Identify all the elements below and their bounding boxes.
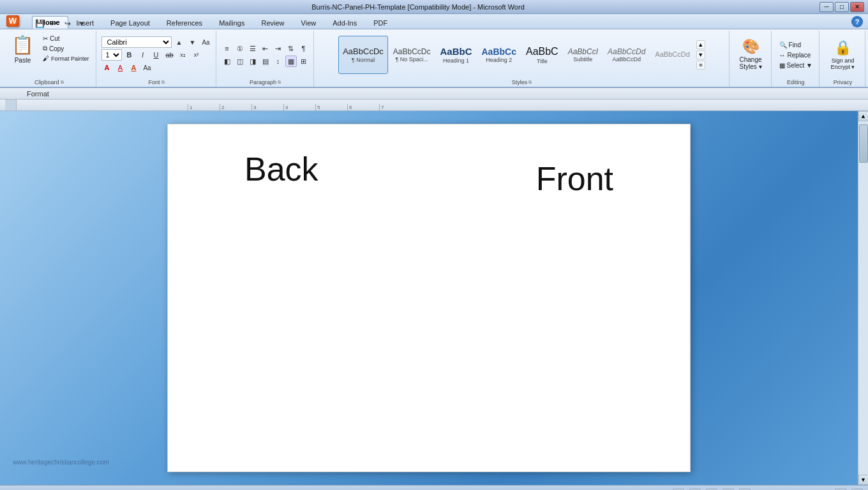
styles-group-label[interactable]: Styles ⧉ xyxy=(512,79,532,85)
scroll-down-button[interactable]: ▼ xyxy=(858,475,869,485)
style-title[interactable]: AaBbC Title xyxy=(521,36,563,74)
format-painter-button[interactable]: 🖌 Format Painter xyxy=(40,54,92,63)
editing-group-label[interactable]: Editing xyxy=(787,79,805,85)
line-spacing-button[interactable]: ↕ xyxy=(273,56,284,67)
styles-scroll-down[interactable]: ▼ xyxy=(696,50,705,59)
tab-pdf[interactable]: PDF xyxy=(365,17,396,29)
style-heading2[interactable]: AaBbCc Heading 2 xyxy=(477,36,520,74)
style-subtitle[interactable]: AaBbCcI Subtitle xyxy=(564,36,602,74)
font-group: Calibri ▲ ▼ Aa 11 B I U ab x₂ x² A A A xyxy=(98,31,216,87)
copy-button[interactable]: ⧉ Copy xyxy=(40,44,92,53)
numbering-button[interactable]: ① xyxy=(234,43,246,54)
style-nospace-label: ¶ No Spaci... xyxy=(395,56,428,63)
tab-mailings[interactable]: Mailings xyxy=(211,17,253,29)
styles-expand-icon[interactable]: ⧉ xyxy=(528,80,532,85)
font-size-up-button[interactable]: ▲ xyxy=(174,36,185,48)
change-styles-label: ChangeStyles ▾ xyxy=(740,56,762,70)
subscript-button[interactable]: x₂ xyxy=(177,49,189,61)
scroll-up-button[interactable]: ▲ xyxy=(858,111,869,121)
undo-qat-button[interactable]: ↩ xyxy=(47,17,60,30)
maximize-button[interactable]: □ xyxy=(835,2,849,12)
cut-button[interactable]: ✂ Cut xyxy=(40,34,92,43)
scissors-icon: ✂ xyxy=(43,35,48,42)
shading-button[interactable]: ▦ xyxy=(285,56,297,67)
qat-dropdown-button[interactable]: ▾ xyxy=(75,17,88,30)
styles-scroll-up[interactable]: ▲ xyxy=(696,40,705,49)
bold-button[interactable]: B xyxy=(124,49,135,61)
tab-page-layout[interactable]: Page Layout xyxy=(102,17,158,29)
scroll-thumb[interactable] xyxy=(859,124,868,163)
tab-review[interactable]: Review xyxy=(253,17,292,29)
replace-button[interactable]: ↔ Replace xyxy=(777,51,814,59)
clipboard-group-label[interactable]: Clipboard ⧉ xyxy=(34,79,64,85)
style-h2-label: Heading 2 xyxy=(486,57,512,63)
style-subtle-em[interactable]: AaBbCcDd AaBbCcDd xyxy=(603,36,650,74)
style-heading1[interactable]: AaBbC Heading 1 xyxy=(435,36,476,74)
change-case-button[interactable]: Aa xyxy=(142,62,153,73)
clipboard-expand-icon[interactable]: ⧉ xyxy=(61,80,64,85)
justify-button[interactable]: ▤ xyxy=(260,56,271,67)
styles-scroll-more[interactable]: ≡ xyxy=(696,61,705,70)
close-button[interactable]: ✕ xyxy=(850,2,864,12)
font-size-down-button[interactable]: ▼ xyxy=(187,36,198,48)
window-title: Burris-NC-Panel-PH-Template [Compatibili… xyxy=(17,3,819,11)
page-back-text[interactable]: Back xyxy=(244,150,318,188)
list-buttons-row: ≡ ① ☰ ⇤ ⇥ ⇅ ¶ xyxy=(221,43,310,54)
find-button[interactable]: 🔍 Find xyxy=(777,41,804,49)
minimize-button[interactable]: ─ xyxy=(819,2,834,12)
tab-view[interactable]: View xyxy=(293,17,325,29)
sort-button[interactable]: ⇅ xyxy=(285,43,297,54)
find-icon: 🔍 xyxy=(779,41,787,48)
save-qat-button[interactable]: 💾 xyxy=(33,17,46,30)
align-center-button[interactable]: ◫ xyxy=(234,56,246,67)
scroll-track[interactable] xyxy=(858,121,868,475)
tab-add-ins[interactable]: Add-Ins xyxy=(324,17,365,29)
style-subtitle-label: Subtitle xyxy=(573,56,592,63)
italic-button[interactable]: I xyxy=(137,49,149,61)
decrease-indent-button[interactable]: ⇤ xyxy=(260,43,271,54)
align-right-button[interactable]: ◨ xyxy=(247,56,258,67)
multilevel-list-button[interactable]: ☰ xyxy=(247,43,258,54)
paragraph-expand-icon[interactable]: ⧉ xyxy=(278,80,281,85)
change-styles-button[interactable]: 🎨 ChangeStyles ▾ xyxy=(735,35,767,73)
replace-icon: ↔ xyxy=(779,52,786,59)
redo-qat-button[interactable]: ↪ xyxy=(61,17,74,30)
font-name-select[interactable]: Calibri xyxy=(101,36,172,48)
style-no-spacing[interactable]: AaBbCcDc ¶ No Spaci... xyxy=(389,36,435,74)
help-button[interactable]: ? xyxy=(851,16,863,27)
strikethrough-button[interactable]: ab xyxy=(164,49,176,61)
format-label[interactable]: Format xyxy=(26,89,50,99)
underline-button[interactable]: U xyxy=(151,49,162,61)
text-effects-button[interactable]: A xyxy=(101,62,113,73)
vertical-scrollbar[interactable]: ▲ ▼ xyxy=(858,111,868,485)
document-page[interactable]: Back Front xyxy=(167,124,691,472)
style-normal[interactable]: AaBbCcDc ¶ Normal xyxy=(338,36,388,74)
sign-encrypt-button[interactable]: 🔒 Sign andEncrypt ▾ xyxy=(825,36,860,74)
superscript-button[interactable]: x² xyxy=(191,49,202,61)
office-button[interactable]: W xyxy=(6,15,19,27)
font-color-button[interactable]: A xyxy=(128,62,140,73)
change-styles-icon: 🎨 xyxy=(742,38,760,55)
font-expand-icon[interactable]: ⧉ xyxy=(161,80,165,85)
align-left-button[interactable]: ◧ xyxy=(221,56,233,67)
tab-references[interactable]: References xyxy=(158,17,211,29)
privacy-group-label: Privacy xyxy=(834,79,853,85)
style-subtle-em-label: AaBbCcDd xyxy=(612,56,641,63)
clear-format-button[interactable]: Aa xyxy=(200,36,212,48)
font-group-label[interactable]: Font ⧉ xyxy=(149,79,165,85)
increase-indent-button[interactable]: ⇥ xyxy=(273,43,284,54)
bullets-button[interactable]: ≡ xyxy=(221,43,233,54)
ruler-marks: 1 2 3 4 5 6 7 xyxy=(17,100,411,110)
paragraph-group-label[interactable]: Paragraph ⧉ xyxy=(250,79,281,85)
paste-button[interactable]: 📋 Paste xyxy=(6,32,39,66)
document-area[interactable]: Back Front www.heritagechristiancollege.… xyxy=(0,111,858,485)
window-controls: ─ □ ✕ xyxy=(819,2,864,12)
borders-button[interactable]: ⊞ xyxy=(298,56,310,67)
show-formatting-button[interactable]: ¶ xyxy=(298,43,310,54)
select-button[interactable]: ▦ Select ▼ xyxy=(777,61,815,70)
page-front-text[interactable]: Front xyxy=(536,160,613,198)
font-size-select[interactable]: 11 xyxy=(101,49,122,61)
style-subtle-ref[interactable]: AaBbCcDd xyxy=(650,36,694,74)
highlight-color-button[interactable]: A xyxy=(115,62,126,73)
ruler-corner[interactable] xyxy=(5,100,17,111)
